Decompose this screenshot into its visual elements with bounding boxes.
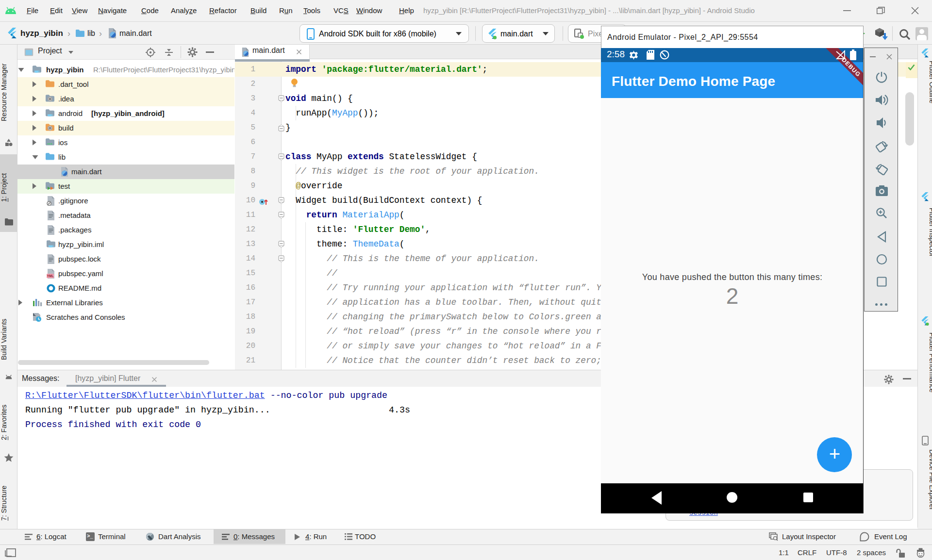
svg-text:YML: YML (47, 274, 54, 278)
